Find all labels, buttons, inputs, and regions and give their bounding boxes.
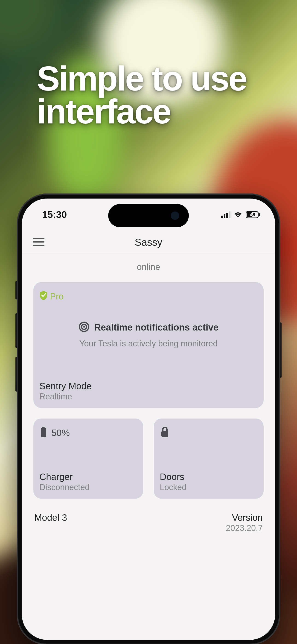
phone-frame: 15:30 48 S [17, 194, 280, 644]
svg-rect-9 [33, 244, 44, 246]
svg-rect-15 [162, 431, 168, 437]
battery-icon [40, 427, 47, 439]
notification-subtitle: Your Tesla is actively being monitored [34, 339, 264, 348]
sentry-mode: Realtime [39, 392, 92, 402]
svg-rect-0 [221, 216, 223, 218]
page-title: Sassy [135, 236, 162, 248]
status-bar: 15:30 48 [22, 208, 275, 222]
vehicle-model: Model 3 [34, 512, 67, 523]
doors-label: Doors [160, 472, 186, 482]
cellular-signal-icon [221, 212, 230, 218]
marketing-headline: Simple to use interface [37, 62, 297, 128]
status-time: 15:30 [42, 209, 67, 220]
charger-label: Charger [39, 472, 90, 482]
sentry-label: Sentry Mode [39, 381, 92, 391]
svg-rect-3 [229, 212, 230, 218]
lock-icon [161, 427, 169, 439]
menu-button[interactable] [33, 238, 44, 247]
charger-card[interactable]: 50% Charger Disconnected [34, 418, 143, 499]
version-number: 2023.20.7 [226, 523, 263, 533]
pro-badge-label: Pro [50, 292, 64, 302]
sentry-card[interactable]: Pro Realtime notifications active Your T… [34, 282, 264, 408]
nav-bar: Sassy [22, 231, 275, 254]
battery-icon: 48 [246, 211, 260, 218]
svg-rect-8 [33, 241, 44, 242]
target-icon [78, 321, 90, 333]
svg-point-12 [83, 326, 85, 328]
charger-status: Disconnected [39, 482, 90, 492]
battery-percent: 48 [248, 212, 257, 218]
doors-status: Locked [160, 482, 186, 492]
connection-status: online [34, 262, 264, 272]
notification-title: Realtime notifications active [94, 322, 218, 332]
svg-rect-14 [41, 428, 46, 437]
svg-rect-6 [259, 213, 260, 216]
doors-card[interactable]: Doors Locked [154, 418, 264, 499]
pro-badge: Pro [39, 290, 64, 303]
wifi-icon [234, 212, 242, 218]
svg-rect-7 [33, 238, 44, 239]
svg-rect-2 [226, 213, 228, 218]
shield-check-icon [39, 290, 48, 303]
svg-rect-1 [224, 214, 226, 218]
hamburger-icon [33, 243, 44, 247]
battery-percent: 50% [51, 428, 70, 438]
version-label: Version [226, 512, 263, 523]
